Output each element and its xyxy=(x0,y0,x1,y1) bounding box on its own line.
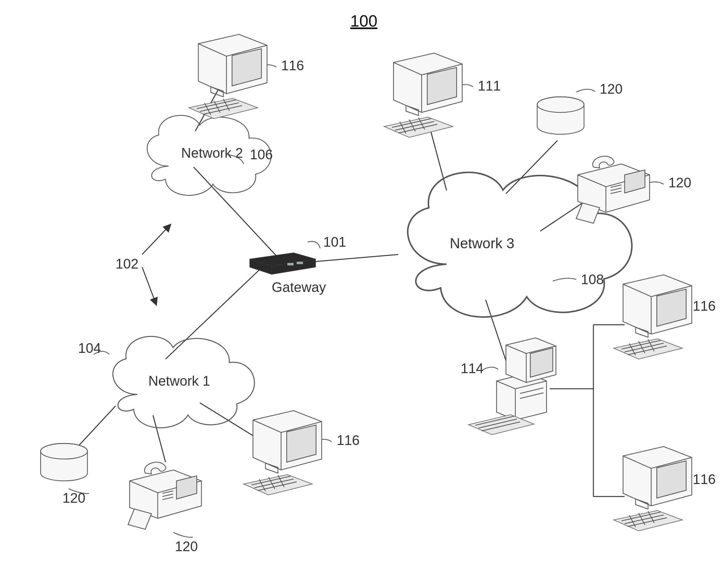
ref-101: 101 xyxy=(323,234,346,249)
leader-108 xyxy=(553,278,576,281)
link-n1-disk xyxy=(75,406,115,450)
pc-n2 xyxy=(189,34,267,119)
ref-116-s1: 116 xyxy=(693,298,716,314)
cloud-label-n1: Network 1 xyxy=(148,373,210,389)
leader-120-disk xyxy=(576,89,595,92)
fax-n1 xyxy=(128,462,202,529)
svg-line-5 xyxy=(142,267,156,305)
ref-102: 102 xyxy=(115,256,138,271)
disk-n1 xyxy=(41,443,87,481)
server-bus xyxy=(550,389,593,497)
link-n1-fax xyxy=(153,415,165,462)
server-114 xyxy=(468,338,556,435)
pc-server-2 xyxy=(614,447,692,531)
link-gateway-n3 xyxy=(314,255,398,262)
cloud-network-1: Network 1 xyxy=(113,336,254,428)
ref-116-s2: 116 xyxy=(693,472,716,487)
link-gateway-n1 xyxy=(165,267,262,359)
cloud-label-n2: Network 2 xyxy=(181,145,243,160)
fax-n3 xyxy=(576,156,650,223)
ref-116-n2: 116 xyxy=(281,58,304,73)
ref-120-disk-n3: 120 xyxy=(600,81,622,97)
ref-114: 114 xyxy=(461,361,484,376)
link-n3-server xyxy=(486,300,506,361)
pc-n3 xyxy=(384,53,462,137)
svg-line-4 xyxy=(142,225,170,255)
ref-106: 106 xyxy=(250,147,272,162)
link-gateway-n2 xyxy=(193,167,280,259)
ref-120-disk-n1: 120 xyxy=(62,490,85,505)
ref-116-n1: 116 xyxy=(337,432,360,448)
ref-108: 108 xyxy=(581,272,604,287)
link-n3-disk xyxy=(506,140,557,193)
gateway-device xyxy=(250,253,315,274)
disk-n3 xyxy=(537,97,584,134)
ref-120-fax-n3: 120 xyxy=(668,175,691,190)
ref-111: 111 xyxy=(478,78,501,94)
leader-101 xyxy=(308,241,320,248)
gateway-label: Gateway xyxy=(272,280,326,295)
cloud-label-n3: Network 3 xyxy=(450,235,514,252)
leader-120-fax-n1 xyxy=(173,532,193,537)
pc-n1 xyxy=(243,411,322,495)
ref-120-fax-n1: 120 xyxy=(175,538,198,554)
leader-114 xyxy=(483,367,498,370)
arrows-102 xyxy=(142,225,170,305)
figure-number: 100 xyxy=(350,12,378,30)
ref-104: 104 xyxy=(78,340,101,356)
pc-server-1 xyxy=(614,275,692,359)
